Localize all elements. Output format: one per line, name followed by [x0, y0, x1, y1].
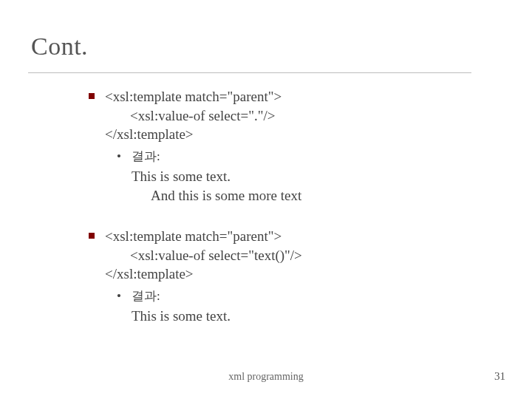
- result-label-line: • 결과:: [117, 149, 488, 166]
- square-bullet-icon: [89, 233, 95, 239]
- result-line: This is some text.: [132, 307, 488, 326]
- code-text: <xsl:template match="parent">: [105, 89, 282, 104]
- code-line-2: <xsl:value-of select="."/>: [130, 106, 488, 126]
- result-output-2: This is some text.: [132, 307, 488, 326]
- dot-bullet-icon: •: [117, 149, 121, 166]
- result-label: 결과:: [132, 149, 160, 163]
- result-line: And this is some more text: [151, 186, 488, 205]
- code-line-2: <xsl:value-of select="text()"/>: [130, 246, 488, 265]
- dot-bullet-icon: •: [117, 288, 121, 305]
- slide-title: Cont.: [31, 33, 88, 61]
- code-line-3: </xsl:template>: [105, 265, 488, 284]
- result-output-1: This is some text. And this is some more…: [132, 167, 488, 205]
- code-line-3: </xsl:template>: [105, 125, 488, 144]
- code-text: <xsl:template match="parent">: [105, 228, 282, 244]
- result-label-line: • 결과:: [117, 288, 488, 305]
- content-area: <xsl:template match="parent"> <xsl:value…: [89, 87, 488, 348]
- horizontal-rule: [28, 72, 471, 73]
- bullet-block-1: <xsl:template match="parent"> <xsl:value…: [89, 87, 488, 205]
- bullet-block-2: <xsl:template match="parent"> <xsl:value…: [89, 227, 488, 326]
- square-bullet-icon: [89, 93, 95, 99]
- slide: Cont. <xsl:template match="parent"> <xsl…: [0, 0, 532, 399]
- result-line: This is some text.: [132, 167, 488, 186]
- result-label: 결과:: [132, 289, 160, 303]
- code-line-1: <xsl:template match="parent">: [89, 87, 488, 106]
- footer-center-text: xml programming: [0, 371, 532, 383]
- code-line-1: <xsl:template match="parent">: [89, 227, 488, 246]
- page-number: 31: [494, 370, 505, 383]
